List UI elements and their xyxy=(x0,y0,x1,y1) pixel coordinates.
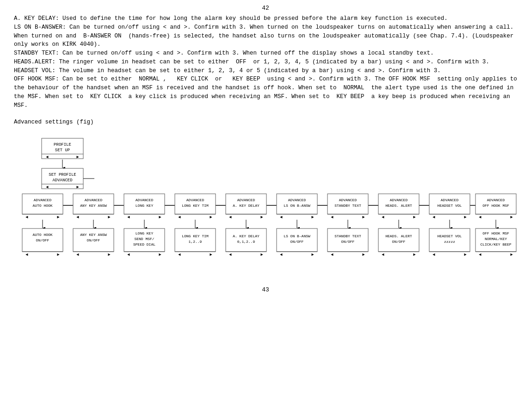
adv-auto-hook-nav-left[interactable]: ◄ xyxy=(25,215,28,220)
adv-long-key-tim-nav-right[interactable]: ► xyxy=(210,215,212,220)
adv-headset-vol-l2: HEADSET VOL xyxy=(438,204,462,208)
adv-a-key-delay-l2: A. KEY DELAY xyxy=(233,204,259,208)
adv-off-hook-msf-l2: OFF HOOK MSF xyxy=(482,204,509,208)
profile-setup-nav-right[interactable]: ► xyxy=(76,155,79,160)
adv-ls-on-b-answ-l1: ADVANCED xyxy=(288,198,306,202)
adv-standby-text-l1: ADVANCED xyxy=(339,198,357,202)
any-key-on-off-l1: ANY KEY ANSW xyxy=(80,233,107,237)
adv-long-key-tim-l1: ADVANCED xyxy=(186,198,204,202)
long-key-tim-nav-right[interactable]: ► xyxy=(210,253,212,257)
adv-headset-vol-nav-left[interactable]: ◄ xyxy=(432,215,435,220)
adv-a-key-delay-nav-right[interactable]: ► xyxy=(260,215,263,220)
profile-setup-label2: SET UP xyxy=(55,148,70,153)
adv-headset-vol-l1: ADVANCED xyxy=(441,198,459,202)
long-key-val-l3: SPEED DIAL xyxy=(133,242,155,247)
ls-on-b-answ-nav-left[interactable]: ◄ xyxy=(280,253,283,257)
long-key-val-l1: LONG KEY xyxy=(136,231,154,235)
standby-text-nav-right[interactable]: ► xyxy=(362,253,365,257)
ls-on-b-answ-nav-right[interactable]: ► xyxy=(311,253,314,257)
adv-auto-hook-l2: AUTO HOOK xyxy=(32,204,52,208)
standby-text-val-l1: STANDBY TEXT xyxy=(334,234,361,238)
section-title: Advanced settings (fig) xyxy=(14,119,517,125)
ls-on-b-answ-val-l1: LS ON B-ANSW xyxy=(284,234,310,238)
adv-any-key-nav-left[interactable]: ◄ xyxy=(76,215,79,220)
any-key-nav-left[interactable]: ◄ xyxy=(76,253,79,257)
heads-alert-nav-left[interactable]: ◄ xyxy=(382,253,384,257)
adv-off-hook-msf-l1: ADVANCED xyxy=(487,198,505,202)
off-hook-msf-nav-left[interactable]: ◄ xyxy=(479,253,482,257)
headset-vol-val-l2: zzzzz xyxy=(444,240,455,244)
auto-hook-on-off-l1: AUTO HOOK xyxy=(32,233,52,237)
long-key-nav-right[interactable]: ► xyxy=(159,253,161,257)
headset-vol-nav-left[interactable]: ◄ xyxy=(432,253,435,257)
set-profile-adv-nav-left[interactable]: ◄ xyxy=(46,185,49,190)
adv-off-hook-msf-nav-left[interactable]: ◄ xyxy=(479,215,482,220)
diagram-area: PROFILE SET UP ◄ ► SET PROFILE ADVANCED … xyxy=(14,134,517,277)
adv-headset-vol-nav-right[interactable]: ► xyxy=(464,215,467,220)
profile-setup-nav-left[interactable]: ◄ xyxy=(46,155,49,160)
standby-text-val-l2: ON/OFF xyxy=(341,240,355,244)
adv-heads-alert-nav-left[interactable]: ◄ xyxy=(382,215,384,220)
profile-setup-label1: PROFILE xyxy=(54,142,71,147)
adv-standby-text-nav-left[interactable]: ◄ xyxy=(331,215,333,220)
off-hook-msf-val-l1: OFF HOOK MSF xyxy=(482,231,509,235)
adv-heads-alert-nav-right[interactable]: ► xyxy=(413,215,416,220)
set-profile-adv-label1: SET PROFILE xyxy=(49,173,76,177)
adv-standby-text-nav-right[interactable]: ► xyxy=(362,215,365,220)
adv-long-key-tim-l2: LONG KEY TIM xyxy=(182,204,209,208)
adv-a-key-delay-nav-left[interactable]: ◄ xyxy=(229,215,232,220)
adv-long-key-l2: LONG KEY xyxy=(136,204,154,208)
page-bottom-number: 43 xyxy=(14,286,517,293)
adv-long-key-l1: ADVANCED xyxy=(136,198,154,202)
adv-long-key-tim-nav-left[interactable]: ◄ xyxy=(178,215,181,220)
heads-alert-val-l2: ON/OFF xyxy=(392,240,406,244)
diagram-svg: PROFILE SET UP ◄ ► SET PROFILE ADVANCED … xyxy=(14,134,518,277)
adv-any-key-l2: ANY KEY ANSW xyxy=(80,204,107,208)
off-hook-msf-val-l2: NORMAL/KEY xyxy=(485,237,507,241)
adv-ls-on-b-answ-l2: LS ON B-ANSW xyxy=(284,204,310,208)
heads-alert-val-l1: HEADS. ALERT xyxy=(385,234,412,238)
long-key-nav-left[interactable]: ◄ xyxy=(127,253,130,257)
standby-text-nav-left[interactable]: ◄ xyxy=(331,253,333,257)
long-key-tim-val-l1: LONG KEY TIM xyxy=(182,234,209,238)
off-hook-msf-nav-right[interactable]: ► xyxy=(510,253,513,257)
auto-hook-nav-right[interactable]: ► xyxy=(57,253,60,257)
adv-ls-on-b-answ-nav-right[interactable]: ► xyxy=(311,215,314,220)
adv-any-key-nav-right[interactable]: ► xyxy=(108,215,111,220)
adv-heads-alert-l2: HEADS. ALERT xyxy=(385,204,412,208)
heads-alert-nav-right[interactable]: ► xyxy=(413,253,416,257)
a-key-delay-val-l2: 0,1,2..9 xyxy=(237,240,255,244)
adv-long-key-nav-right[interactable]: ► xyxy=(159,215,161,220)
a-key-delay-nav-left[interactable]: ◄ xyxy=(229,253,232,257)
adv-heads-alert-l1: ADVANCED xyxy=(390,198,408,202)
auto-hook-nav-left[interactable]: ◄ xyxy=(25,253,28,257)
headset-vol-val-l1: HEADSET VOL xyxy=(438,234,462,238)
set-profile-adv-label2: ADVANCED xyxy=(52,178,72,183)
main-text-area: A. KEY DELAY: Used to define the time fo… xyxy=(14,14,517,110)
adv-off-hook-msf-nav-right[interactable]: ► xyxy=(510,215,513,220)
any-key-nav-right[interactable]: ► xyxy=(108,253,111,257)
any-key-on-off-l2: ON/OFF xyxy=(87,238,100,242)
a-key-delay-val-l1: A. KEY DELAY xyxy=(233,234,259,238)
adv-ls-on-b-answ-nav-left[interactable]: ◄ xyxy=(280,215,283,220)
adv-any-key-l1: ADVANCED xyxy=(85,198,103,202)
auto-hook-on-off-l2: ON/OFF xyxy=(36,238,49,242)
adv-auto-hook-l1: ADVANCED xyxy=(34,198,52,202)
adv-standby-text-l2: STANDBY TEXT xyxy=(334,204,361,208)
adv-a-key-delay-l1: ADVANCED xyxy=(237,198,255,202)
long-key-tim-nav-left[interactable]: ◄ xyxy=(178,253,181,257)
long-key-val-l2: SEND MSF/ xyxy=(134,237,154,241)
set-profile-adv-nav-right[interactable]: ► xyxy=(76,185,79,190)
adv-auto-hook-nav-right[interactable]: ► xyxy=(57,215,60,220)
page-top-number: 42 xyxy=(14,5,517,12)
off-hook-msf-val-l3: CLICK/KEY BEEP xyxy=(480,242,511,247)
a-key-delay-nav-right[interactable]: ► xyxy=(260,253,263,257)
long-key-tim-val-l2: 1,2..9 xyxy=(189,240,202,244)
headset-vol-nav-right[interactable]: ► xyxy=(464,253,467,257)
adv-long-key-nav-left[interactable]: ◄ xyxy=(127,215,130,220)
ls-on-b-answ-val-l2: ON/OFF xyxy=(290,240,304,244)
